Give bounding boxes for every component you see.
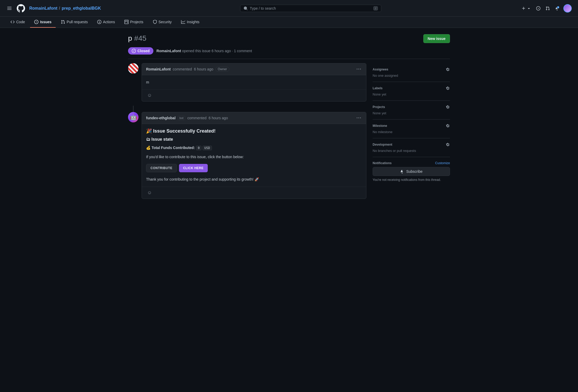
- owner-badge: Owner: [215, 67, 229, 72]
- new-issue-button[interactable]: New issue: [423, 34, 450, 43]
- comment-box-1: RomainLafont commented 6 hours ago Owner…: [142, 63, 366, 102]
- issue-number: #45: [134, 34, 147, 43]
- breadcrumb: RomainLafont / prep_ethglobalBGK: [29, 6, 101, 11]
- avatar-romain: [128, 63, 138, 74]
- timeline-connector: [128, 106, 366, 112]
- comment-box-2: fundev-ethglobal bot commented 6 hours a…: [142, 112, 366, 199]
- insights-icon: [181, 20, 185, 24]
- comment-more-button-2[interactable]: [356, 115, 362, 121]
- svg-rect-2: [7, 9, 11, 10]
- notif-title: Notifications: [373, 161, 392, 165]
- comment-time-1: 6 hours ago: [194, 67, 213, 71]
- sidebar-milestone: Milestone No milestone: [373, 120, 450, 138]
- tab-code[interactable]: Code: [6, 17, 29, 28]
- create-new-button[interactable]: [521, 5, 532, 11]
- comment-author-2[interactable]: fundev-ethglobal: [146, 116, 176, 120]
- closed-icon: [132, 49, 136, 53]
- timeline-item-bot: 🤖 fundev-ethglobal bot commented 6 hours…: [128, 112, 366, 199]
- sidebar-labels-label[interactable]: Labels: [373, 86, 450, 90]
- more-icon-2: [357, 116, 361, 120]
- issue-time: 6 hours ago: [212, 49, 231, 53]
- tab-insights[interactable]: Insights: [177, 17, 204, 28]
- gear-icon-milestone: [446, 124, 450, 128]
- notif-header: Notifications Customize: [373, 161, 450, 165]
- bot-funds-amount: 0: [196, 146, 201, 150]
- tab-pull-requests[interactable]: Pull requests: [57, 17, 92, 28]
- sidebar-assignees-label[interactable]: Assignees: [373, 67, 450, 72]
- issue-meta-text: RomainLafont opened this issue 6 hours a…: [157, 49, 252, 53]
- chevron-down-icon: [527, 6, 531, 10]
- sidebar-development-value: No branches or pull requests: [373, 149, 450, 153]
- pr-tab-icon: [61, 20, 65, 24]
- tab-projects[interactable]: Projects: [120, 17, 148, 28]
- comment-body-2: 🎉 Issue Successfully Created! 🗂 Issue st…: [142, 124, 366, 186]
- gear-icon-labels: [446, 86, 450, 90]
- sidebar-milestone-label[interactable]: Milestone: [373, 124, 450, 128]
- tab-security[interactable]: Security: [149, 17, 176, 28]
- bell-subscribe-icon: [400, 169, 404, 174]
- comment-header-1: RomainLafont commented 6 hours ago Owner: [142, 63, 366, 75]
- issue-author[interactable]: RomainLafont: [157, 49, 181, 53]
- issue-title: p #45: [128, 34, 146, 43]
- status-badge: Closed: [128, 47, 153, 55]
- comment-author-1[interactable]: RomainLafont: [146, 67, 171, 71]
- sidebar-development-label[interactable]: Development: [373, 142, 450, 147]
- comment-time-2: 6 hours ago: [209, 116, 228, 120]
- bot-funds-label: 💰 Total Funds Contributed:: [146, 146, 195, 150]
- github-logo[interactable]: [17, 4, 25, 13]
- comment-text-1: m: [146, 79, 362, 85]
- status-text: Closed: [137, 49, 150, 53]
- svg-rect-1: [7, 8, 11, 9]
- comment-reactions-2: ☺: [142, 187, 366, 199]
- notifications-button[interactable]: [554, 5, 560, 11]
- sidebar-projects-label[interactable]: Projects: [373, 105, 450, 109]
- comment-action-1: commented: [173, 67, 192, 71]
- sidebar-notifications: Notifications Customize Subscribe You're…: [373, 157, 450, 186]
- breadcrumb-repo[interactable]: prep_ethglobalBGK: [62, 6, 101, 11]
- emoji-reaction-btn-2[interactable]: ☺: [146, 189, 153, 197]
- avatar[interactable]: [563, 4, 572, 13]
- tab-issues[interactable]: Issues: [30, 17, 56, 28]
- comment-reactions-1: ☺: [142, 89, 366, 101]
- bot-issue-state-label: 🗂 Issue state: [146, 137, 362, 142]
- main-content: p #45 New issue Closed RomainLafont open…: [122, 28, 456, 209]
- issue-title-text: p: [128, 34, 132, 43]
- more-icon: [357, 67, 361, 71]
- top-nav: RomainLafont / prep_ethglobalBGK Type / …: [0, 0, 578, 17]
- issue-body-layout: RomainLafont commented 6 hours ago Owner…: [128, 63, 450, 203]
- issue-tab-icon: [34, 20, 38, 24]
- pull-requests-button[interactable]: [545, 5, 551, 11]
- subscribe-label: Subscribe: [406, 169, 423, 174]
- hamburger-menu[interactable]: [6, 5, 13, 11]
- search-area: Type / to search /: [105, 5, 516, 12]
- sidebar-assignees-value: No one assigned: [373, 74, 450, 78]
- plus-icon: [522, 6, 526, 10]
- gear-icon: [446, 67, 450, 72]
- search-box[interactable]: Type / to search /: [240, 5, 381, 12]
- bot-headline: 🎉 Issue Successfully Created!: [146, 128, 362, 134]
- emoji-reaction-btn-1[interactable]: ☺: [146, 92, 153, 99]
- subscribe-button[interactable]: Subscribe: [373, 167, 450, 176]
- bot-thank-you: Thank you for contributing to the projec…: [146, 176, 362, 182]
- code-icon: [10, 20, 15, 24]
- click-here-button[interactable]: CLICK HERE: [179, 164, 208, 172]
- sidebar-milestone-value: No milestone: [373, 130, 450, 134]
- bot-funds-currency: USD: [203, 146, 212, 150]
- bot-btn-row: CONTRIBUTE CLICK HERE: [146, 164, 362, 172]
- breadcrumb-user[interactable]: RomainLafont: [29, 6, 57, 11]
- comment-more-button-1[interactable]: [356, 66, 362, 72]
- tab-actions[interactable]: Actions: [93, 17, 119, 28]
- sidebar-labels: Labels None yet: [373, 82, 450, 101]
- bot-funds-line: 💰 Total Funds Contributed: 0 USD: [146, 145, 362, 151]
- timeline-item: RomainLafont commented 6 hours ago Owner…: [128, 63, 366, 102]
- comment-header-left-2: fundev-ethglobal bot commented 6 hours a…: [146, 116, 228, 120]
- header-actions: [521, 4, 572, 13]
- notif-customize-link[interactable]: Customize: [435, 161, 450, 165]
- contribute-button[interactable]: CONTRIBUTE: [146, 164, 177, 172]
- sidebar-assignees: Assignees No one assigned: [373, 63, 450, 82]
- issue-comment-count: 1 comment: [234, 49, 252, 53]
- bot-contribute-desc: If you'd like to contribute to this issu…: [146, 154, 362, 160]
- pr-icon: [546, 6, 550, 10]
- sidebar-development: Development No branches or pull requests: [373, 138, 450, 157]
- issues-button[interactable]: [535, 5, 541, 11]
